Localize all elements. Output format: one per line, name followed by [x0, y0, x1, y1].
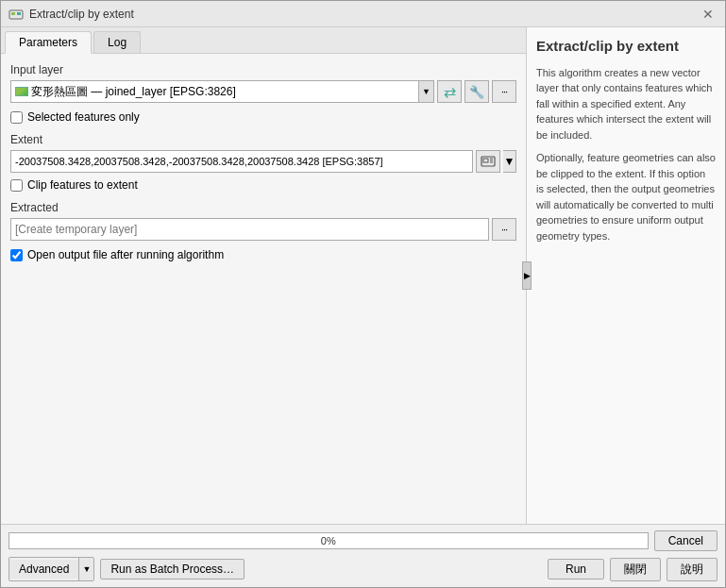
close-window-button[interactable]: ✕	[699, 5, 718, 24]
progress-bar: 0%	[8, 532, 649, 549]
selected-features-label[interactable]: Selected features only	[27, 110, 140, 124]
extent-label: Extent	[10, 133, 516, 146]
content-area: Parameters Log Input layer 変形熱區圖 — joine…	[1, 27, 725, 524]
input-layer-combo: 変形熱區圖 — joined_layer [EPSG:3826] ▼	[10, 80, 434, 103]
layer-icon	[15, 87, 28, 96]
cancel-button[interactable]: Cancel	[654, 530, 718, 551]
extracted-label: Extracted	[10, 201, 516, 214]
extracted-input[interactable]	[10, 218, 489, 241]
input-layer-settings-button[interactable]: 🔧	[464, 80, 489, 103]
help-button[interactable]: 說明	[667, 558, 718, 581]
advanced-combo: Advanced ▼	[8, 557, 94, 581]
open-output-checkbox[interactable]	[10, 249, 23, 261]
title-bar: Extract/clip by extent ✕	[1, 1, 725, 27]
window-title: Extract/clip by extent	[29, 8, 134, 21]
extent-map-button[interactable]	[476, 150, 500, 173]
help-para1: This algorithm creates a new vector laye…	[536, 65, 716, 143]
input-layer-dropdown-arrow[interactable]: ▼	[419, 80, 434, 103]
selected-features-row: Selected features only	[10, 110, 516, 124]
help-panel: Extract/clip by extent This algorithm cr…	[527, 27, 725, 524]
map-extent-icon	[481, 154, 496, 169]
close-dialog-button[interactable]: 關閉	[610, 558, 661, 581]
bottom-bar: 0% Cancel Advanced ▼ Run as Batch Proces…	[1, 524, 725, 587]
tab-log[interactable]: Log	[93, 31, 141, 53]
tab-parameters[interactable]: Parameters	[5, 31, 92, 54]
clip-features-label[interactable]: Clip features to extent	[27, 178, 138, 192]
extracted-row: ···	[10, 218, 516, 241]
advanced-dropdown-arrow[interactable]: ▼	[78, 558, 93, 580]
help-title: Extract/clip by extent	[536, 37, 716, 56]
progress-label: 0%	[9, 533, 648, 548]
app-icon	[8, 7, 24, 22]
input-layer-exchange-button[interactable]: ⇄	[437, 80, 462, 103]
progress-row: 0% Cancel	[8, 530, 718, 551]
wrench-icon: 🔧	[469, 85, 484, 99]
help-para2: Optionally, feature geometries can also …	[536, 150, 716, 244]
svg-rect-4	[483, 159, 488, 162]
title-bar-left: Extract/clip by extent	[8, 7, 134, 22]
run-button[interactable]: Run	[548, 559, 604, 580]
selected-features-checkbox[interactable]	[10, 111, 23, 124]
advanced-button[interactable]: Advanced	[9, 560, 78, 579]
batch-process-button[interactable]: Run as Batch Process…	[100, 559, 245, 580]
collapse-panel-button[interactable]: ▶	[522, 261, 532, 290]
clip-features-checkbox[interactable]	[10, 179, 23, 192]
extent-input[interactable]	[10, 150, 473, 173]
action-row: Advanced ▼ Run as Batch Process… Run 關閉 …	[8, 557, 718, 581]
parameters-panel: Input layer 変形熱區圖 — joined_layer [EPSG:3…	[1, 54, 526, 524]
left-panel: Parameters Log Input layer 変形熱區圖 — joine…	[1, 27, 527, 524]
svg-rect-2	[17, 12, 21, 15]
extracted-more-button[interactable]: ···	[492, 218, 516, 241]
open-output-row: Open output file after running algorithm	[10, 248, 516, 261]
extracted-ellipsis-icon: ···	[501, 224, 507, 235]
extent-dropdown-arrow[interactable]: ▼	[503, 150, 516, 173]
input-layer-label: Input layer	[10, 63, 516, 76]
ellipsis-icon: ···	[501, 86, 507, 97]
extent-row: ▼	[10, 150, 516, 173]
input-layer-row: 変形熱區圖 — joined_layer [EPSG:3826] ▼ ⇄ 🔧 ·…	[10, 80, 516, 103]
exchange-icon: ⇄	[444, 83, 456, 101]
tab-bar: Parameters Log	[1, 27, 526, 54]
clip-features-row: Clip features to extent	[10, 178, 516, 192]
input-layer-value-display[interactable]: 変形熱區圖 — joined_layer [EPSG:3826]	[10, 80, 419, 103]
open-output-label[interactable]: Open output file after running algorithm	[27, 248, 224, 261]
input-layer-more-button[interactable]: ···	[492, 80, 516, 103]
svg-rect-1	[11, 12, 15, 15]
main-window: Extract/clip by extent ✕ Parameters Log …	[0, 0, 726, 588]
